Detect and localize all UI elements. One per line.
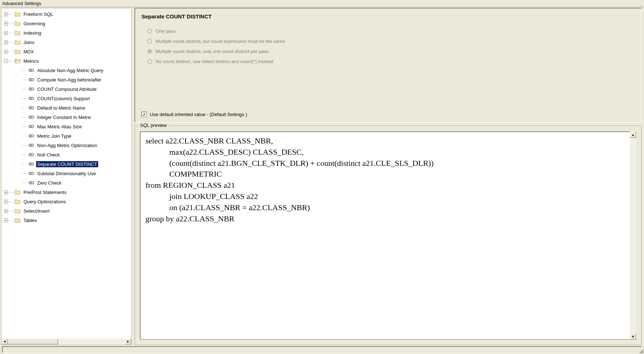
svg-point-17 (30, 107, 31, 109)
folder-icon (14, 30, 21, 36)
svg-point-11 (32, 89, 33, 90)
tree-hscrollbar[interactable]: ◄ ► (2, 338, 131, 344)
expand-icon[interactable]: + (4, 12, 8, 16)
radio-option[interactable]: No count distinct, use select distinct a… (147, 56, 635, 66)
svg-point-13 (30, 98, 31, 99)
tree-item[interactable]: Integer Constant In Metric (3, 112, 130, 122)
svg-point-23 (32, 117, 33, 118)
svg-point-7 (32, 79, 33, 80)
tree-item[interactable]: Zero Check (3, 178, 130, 187)
scroll-track[interactable] (8, 338, 125, 344)
svg-point-41 (30, 164, 31, 165)
tree-item[interactable]: Max Metric Alias Size (3, 122, 130, 131)
radio-label: Multiple count distinct, but count expre… (156, 39, 285, 44)
sql-vscrollbar[interactable]: ▲ ▼ (630, 132, 636, 340)
scroll-up-button[interactable]: ▲ (630, 132, 636, 138)
tree-item[interactable]: +Tables (3, 216, 130, 225)
tree-item-label: MDX (22, 49, 35, 55)
tree-item[interactable]: Null Check (3, 150, 130, 159)
resize-grip[interactable] (638, 348, 644, 354)
svg-point-15 (32, 98, 33, 99)
sql-preview-body[interactable]: select a22.CLASS_NBR CLASS_NBR, max(a22.… (140, 132, 636, 340)
expand-icon[interactable]: + (4, 40, 8, 44)
tree-item-label: Metric Join Type (36, 133, 72, 139)
tree-item-label: Freeform SQL (22, 11, 54, 17)
collapse-icon[interactable]: − (4, 59, 8, 63)
folder-open-icon (14, 58, 21, 64)
svg-point-33 (30, 145, 31, 146)
radio-option[interactable]: Multiple count distinct, but count expre… (147, 36, 635, 46)
tree-item[interactable]: Subtotal Dimensionality Use (3, 169, 130, 178)
tree-scroll[interactable]: +Freeform SQL+Governing+Indexing+Joins+M… (2, 9, 131, 338)
svg-point-19 (32, 107, 33, 109)
folder-icon (14, 11, 21, 17)
scroll-left-button[interactable]: ◄ (2, 338, 8, 344)
expand-icon[interactable]: + (4, 209, 8, 213)
radio-icon[interactable] (147, 29, 152, 34)
tree-item-label: Default to Metric Name (36, 105, 86, 111)
svg-point-39 (32, 154, 33, 155)
tree-item[interactable]: +Governing (3, 19, 130, 28)
tree-panel: +Freeform SQL+Governing+Indexing+Joins+M… (1, 8, 132, 345)
folder-icon (14, 208, 21, 214)
tree-item[interactable]: +MDX (3, 47, 130, 56)
gear-icon (28, 77, 35, 83)
radio-label: No count distinct, use select distinct a… (156, 59, 273, 64)
tree-item[interactable]: Separate COUNT DISTINCT (3, 159, 130, 169)
tree-item[interactable]: Default to Metric Name (3, 103, 130, 112)
svg-point-9 (30, 89, 31, 90)
scroll-down-button[interactable]: ▼ (630, 333, 636, 340)
tree-item[interactable]: COUNT(column) Support (3, 94, 130, 103)
expand-icon[interactable]: + (4, 190, 8, 194)
gear-icon (28, 86, 35, 92)
scroll-thumb[interactable] (8, 338, 58, 344)
svg-point-29 (30, 136, 31, 137)
tree-item-label: Null Check (36, 152, 61, 158)
tree-item-label: Pre/Post Statements (22, 189, 68, 195)
tree-item-label: Query Optimizations (22, 199, 67, 205)
expand-icon[interactable]: + (4, 50, 8, 54)
content-area: +Freeform SQL+Governing+Indexing+Joins+M… (1, 8, 643, 353)
tree-item[interactable]: Compute Non-Agg before/after (3, 75, 130, 84)
tree-item-label: Select/Insert (22, 208, 51, 214)
expand-icon[interactable]: + (4, 218, 8, 222)
radio-group: One passMultiple count distinct, but cou… (147, 26, 635, 66)
radio-icon[interactable] (147, 49, 152, 54)
use-default-row[interactable]: ✓ Use default inherited value - (Default… (142, 112, 247, 117)
tree-item[interactable]: +Query Optimizations (3, 197, 130, 206)
tree-item[interactable]: Non-Agg Metric Optimization (3, 141, 130, 150)
gear-icon (28, 180, 35, 186)
tree-item[interactable]: +Select/Insert (3, 206, 130, 216)
folder-icon (14, 199, 21, 204)
tree-item[interactable]: +Joins (3, 37, 130, 47)
tree-item[interactable]: COUNT Compound Attribute (3, 84, 130, 94)
folder-icon (14, 39, 21, 45)
use-default-checkbox[interactable]: ✓ (142, 112, 147, 117)
radio-option[interactable]: One pass (147, 26, 635, 36)
tree-item[interactable]: +Freeform SQL (3, 9, 130, 19)
folder-icon (14, 49, 21, 54)
radio-icon[interactable] (147, 59, 152, 64)
sql-preview-fieldset: SQL preview select a22.CLASS_NBR CLASS_N… (135, 125, 641, 345)
scroll-right-button[interactable]: ► (125, 338, 131, 344)
tree-item[interactable]: Absolute Non-Agg Metric Query (3, 66, 130, 75)
svg-point-21 (30, 117, 31, 118)
radio-option[interactable]: Multiple count distinct, only one count … (147, 46, 635, 56)
gear-icon (28, 96, 35, 101)
svg-point-1 (30, 70, 31, 71)
tree-item[interactable]: +Indexing (3, 28, 130, 37)
radio-label: One pass (156, 28, 176, 34)
tree-item[interactable]: Metric Join Type (3, 131, 130, 141)
expand-icon[interactable]: + (4, 200, 8, 204)
tree-item-label: Max Metric Alias Size (36, 124, 83, 130)
tree-item[interactable]: −Metrics (3, 56, 130, 66)
tree-item-label: Metrics (22, 58, 40, 64)
expand-icon[interactable]: + (4, 31, 8, 35)
tree-item[interactable]: +Pre/Post Statements (3, 187, 130, 197)
svg-point-49 (30, 182, 31, 183)
radio-icon[interactable] (147, 39, 152, 44)
tree: +Freeform SQL+Governing+Indexing+Joins+M… (2, 9, 131, 226)
expand-icon[interactable]: + (4, 22, 8, 26)
status-bar (2, 346, 642, 353)
svg-point-5 (30, 79, 31, 80)
